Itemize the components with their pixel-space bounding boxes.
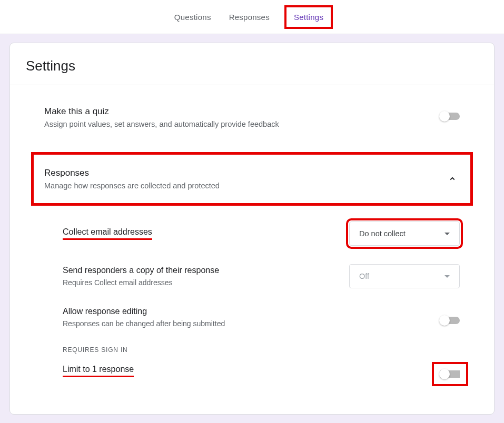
responses-header[interactable]: Responses Manage how responses are colle… — [44, 168, 457, 190]
quiz-subtitle: Assign point values, set answers, and au… — [44, 120, 279, 128]
limit-response-text: Limit to 1 response — [63, 365, 134, 377]
responses-title: Responses — [44, 168, 220, 178]
tab-settings[interactable]: Settings — [293, 11, 324, 24]
responses-subtitle: Manage how responses are collected and p… — [44, 182, 220, 190]
caret-down-icon — [444, 275, 450, 278]
responses-header-text: Responses Manage how responses are colle… — [44, 168, 220, 190]
highlight-responses-header: Responses Manage how responses are colle… — [31, 152, 473, 206]
collect-email-value: Do not collect — [359, 229, 406, 238]
quiz-toggle[interactable] — [440, 113, 460, 120]
quiz-row: Make this a quiz Assign point values, se… — [10, 106, 494, 128]
quiz-text: Make this a quiz Assign point values, se… — [44, 106, 279, 128]
caret-down-icon — [444, 233, 450, 235]
collect-email-label: Collect email addresses — [63, 227, 152, 240]
limit-response-row: Limit to 1 response — [10, 364, 494, 378]
send-copy-text: Send responders a copy of their response… — [63, 266, 219, 287]
requires-signin-label: REQUIRES SIGN IN — [10, 346, 494, 354]
highlight-settings-tab: Settings — [284, 5, 333, 29]
tab-questions[interactable]: Questions — [173, 11, 212, 24]
allow-editing-row: Allow response editing Responses can be … — [10, 307, 494, 328]
content-background: Settings Make this a quiz Assign point v… — [0, 34, 504, 423]
chevron-up-icon — [448, 174, 457, 184]
collect-email-text: Collect email addresses — [63, 227, 152, 240]
allow-editing-label: Allow response editing — [63, 307, 225, 316]
responses-section: Responses Manage how responses are colle… — [10, 152, 494, 206]
send-copy-value: Off — [359, 272, 369, 280]
allow-editing-toggle[interactable] — [440, 317, 460, 324]
limit-response-label: Limit to 1 response — [63, 365, 134, 377]
collect-email-dropdown[interactable]: Do not collect — [349, 221, 460, 246]
card-header: Settings — [10, 58, 494, 85]
settings-card: Settings Make this a quiz Assign point v… — [9, 43, 495, 415]
quiz-title: Make this a quiz — [44, 106, 279, 117]
tabs-bar: Questions Responses Settings — [0, 0, 504, 34]
tab-responses[interactable]: Responses — [228, 11, 271, 24]
send-copy-label: Send responders a copy of their response — [63, 266, 219, 275]
collect-email-row: Collect email addresses Do not collect — [10, 221, 494, 246]
page-title: Settings — [26, 58, 478, 74]
send-copy-row: Send responders a copy of their response… — [10, 264, 494, 288]
allow-editing-subtitle: Responses can be changed after being sub… — [63, 319, 225, 328]
allow-editing-text: Allow response editing Responses can be … — [63, 307, 225, 328]
limit-response-toggle[interactable] — [440, 370, 460, 378]
send-copy-dropdown: Off — [349, 264, 460, 288]
send-copy-requires: Requires Collect email addresses — [63, 278, 219, 287]
